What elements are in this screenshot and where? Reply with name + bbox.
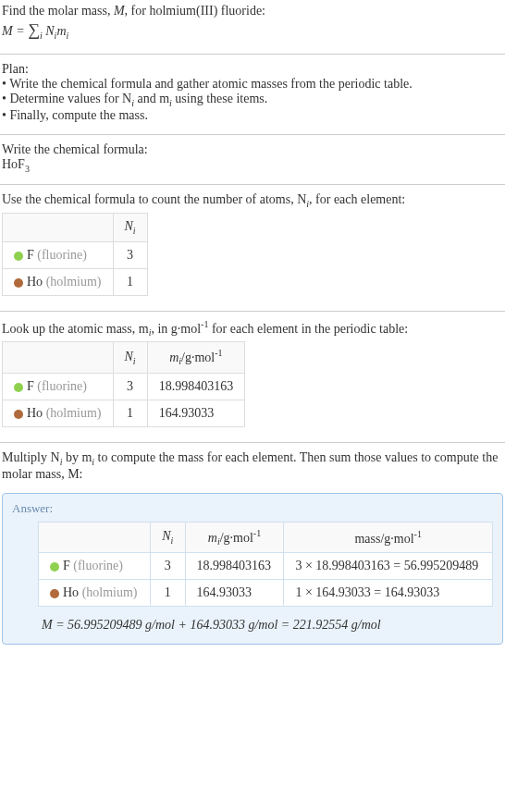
lookup-section: Look up the atomic mass, mi, in g·mol-1 … xyxy=(0,315,505,438)
plan-bullet-2: • Determine values for Ni and mi using t… xyxy=(2,92,503,108)
table-row: F (fluorine) 3 18.998403163 xyxy=(3,373,245,400)
lookup-title: Look up the atomic mass, mi, in g·mol-1 … xyxy=(2,319,503,338)
table-row: Ho (holmium) 1 164.93033 xyxy=(3,400,245,426)
ni-cell: 1 xyxy=(113,268,147,295)
mi-cell: 18.998403163 xyxy=(147,373,245,400)
mi-cell: 164.93033 xyxy=(147,400,245,426)
plan-section: Plan: • Write the chemical formula and g… xyxy=(0,58,505,130)
table-row: F (fluorine) 3 18.998403163 3 × 18.99840… xyxy=(39,553,493,580)
divider xyxy=(0,134,505,135)
intro-section: Find the molar mass, M, for holmium(III)… xyxy=(0,0,505,50)
element-cell: F (fluorine) xyxy=(3,241,114,268)
ni-cell: 3 xyxy=(113,241,147,268)
element-dot-icon xyxy=(14,383,23,392)
ni-cell: 3 xyxy=(113,373,147,400)
col-ni: Ni xyxy=(113,214,147,242)
table-row: Ho (holmium) 1 xyxy=(3,268,148,295)
element-cell: F (fluorine) xyxy=(39,553,151,580)
element-dot-icon xyxy=(50,589,59,598)
chem-formula-title: Write the chemical formula: xyxy=(2,142,503,157)
element-dot-icon xyxy=(14,410,23,419)
col-ni: Ni xyxy=(113,342,147,373)
final-result: M = 56.995209489 g/mol + 164.93033 g/mol… xyxy=(38,610,493,634)
table-row: Ho (holmium) 1 164.93033 1 × 164.93033 =… xyxy=(39,580,493,607)
answer-table: Ni mi/g·mol-1 mass/g·mol-1 F (fluorine) … xyxy=(38,522,493,607)
element-dot-icon xyxy=(14,278,23,288)
mass-cell: 1 × 164.93033 = 164.93033 xyxy=(284,580,493,607)
element-cell: Ho (holmium) xyxy=(3,400,114,426)
ni-cell: 1 xyxy=(113,400,147,426)
multiply-section: Multiply Ni by mi to compute the mass fo… xyxy=(0,447,505,489)
plan-bullet-3: • Finally, compute the mass. xyxy=(2,108,503,123)
element-dot-icon xyxy=(14,252,23,261)
ni-cell: 1 xyxy=(151,580,186,607)
divider xyxy=(0,311,505,312)
molar-mass-formula: M = ∑i Nimi xyxy=(2,18,503,43)
chemical-formula-section: Write the chemical formula: HoF3 xyxy=(0,139,505,181)
plan-title: Plan: xyxy=(2,62,503,77)
table-header-row: Ni mi/g·mol-1 xyxy=(3,342,245,373)
mass-cell: 3 × 18.998403163 = 56.995209489 xyxy=(284,553,493,580)
count-section: Use the chemical formula to count the nu… xyxy=(0,189,505,307)
chem-formula-value: HoF3 xyxy=(2,157,503,174)
count-title: Use the chemical formula to count the nu… xyxy=(2,192,503,209)
plan-bullet-1: • Write the chemical formula and gather … xyxy=(2,77,503,92)
mi-cell: 18.998403163 xyxy=(185,553,284,580)
ni-cell: 3 xyxy=(151,553,186,580)
multiply-text: Multiply Ni by mi to compute the mass fo… xyxy=(2,450,503,482)
element-cell: Ho (holmium) xyxy=(3,268,114,295)
element-cell: Ho (holmium) xyxy=(39,580,151,607)
divider xyxy=(0,184,505,185)
element-cell: F (fluorine) xyxy=(3,373,114,400)
table-header-row: Ni mi/g·mol-1 mass/g·mol-1 xyxy=(39,522,493,552)
count-table: Ni F (fluorine) 3 Ho (holmium) 1 xyxy=(2,213,148,296)
divider xyxy=(0,442,505,443)
element-dot-icon xyxy=(50,562,59,572)
lookup-table: Ni mi/g·mol-1 F (fluorine) 3 18.99840316… xyxy=(2,341,245,426)
answer-title: Answer: xyxy=(12,501,493,516)
table-row: F (fluorine) 3 xyxy=(3,241,148,268)
table-header-row: Ni xyxy=(3,214,148,242)
divider xyxy=(0,54,505,55)
intro-line: Find the molar mass, M, for holmium(III)… xyxy=(2,4,503,18)
answer-box: Answer: Ni mi/g·mol-1 mass/g·mol-1 F (fl… xyxy=(2,493,503,645)
col-mi: mi/g·mol-1 xyxy=(147,342,245,373)
col-mi: mi/g·mol-1 xyxy=(185,522,284,552)
col-mass: mass/g·mol-1 xyxy=(284,522,493,552)
mi-cell: 164.93033 xyxy=(185,580,284,607)
col-ni: Ni xyxy=(151,522,186,552)
